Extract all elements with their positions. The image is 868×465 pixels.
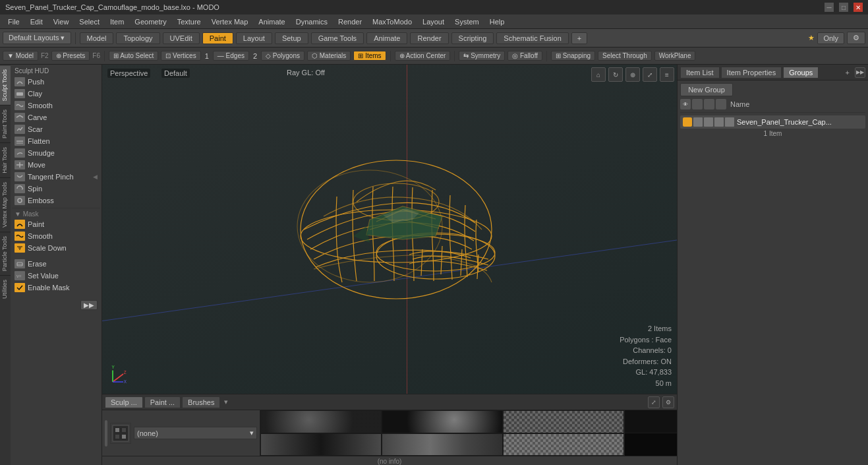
brush-thumb-checker[interactable] [503, 410, 624, 433]
materials-btn[interactable]: ⬡ Materials [307, 51, 351, 61]
render-icon-1[interactable] [692, 99, 703, 109]
menu-texture[interactable]: Texture [172, 16, 206, 27]
gametools-btn[interactable]: Game Tools [311, 32, 364, 44]
brush-thumb-3[interactable] [260, 433, 382, 456]
symmetry-btn[interactable]: ⇆ Symmetry [459, 51, 505, 61]
falloff-btn[interactable]: ◎ Falloff [507, 51, 542, 61]
tool-smudge[interactable]: Smudge [12, 147, 100, 159]
brush-thumb-checker-2[interactable] [503, 433, 624, 456]
tool-enable-mask[interactable]: Enable Mask [12, 282, 100, 294]
brushes-tab[interactable]: Brushes [182, 396, 220, 408]
menu-layout[interactable]: Layout [417, 16, 449, 27]
lock-icon-1[interactable] [704, 99, 714, 109]
viewport-menu-btn[interactable]: ≡ [660, 67, 674, 82]
thumb-extra-2[interactable] [625, 433, 677, 456]
menu-system[interactable]: System [449, 16, 484, 27]
tool-clay[interactable]: Clay [12, 88, 100, 100]
menu-vertexmap[interactable]: Vertex Map [206, 16, 254, 27]
layout-dropdown[interactable]: Default Layouts ▾ [3, 32, 71, 44]
animate-btn[interactable]: Animate [366, 32, 407, 44]
tool-paint-mask[interactable]: Paint [12, 218, 100, 230]
settings-btn[interactable]: ⚙ [847, 32, 865, 44]
menu-animate[interactable]: Animate [253, 16, 290, 27]
brush-thumb-1[interactable] [260, 410, 382, 433]
menu-dynamics[interactable]: Dynamics [291, 16, 333, 27]
viewport-maximize-btn[interactable]: ⤢ [643, 67, 657, 82]
item-row[interactable]: Seven_Panel_Trucker_Cap... [680, 115, 865, 129]
close-button[interactable]: ✕ [854, 3, 863, 12]
viewport-home-btn[interactable]: ⌂ [591, 67, 606, 82]
tool-erase[interactable]: Erase [12, 258, 100, 270]
groups-tab[interactable]: Groups [783, 67, 819, 78]
paint-tab[interactable]: Paint ... [144, 396, 181, 408]
side-tab-paint[interactable]: Paint Tools [0, 105, 11, 142]
side-tab-utilities[interactable]: Utilities [0, 275, 11, 303]
only-btn[interactable]: Only [817, 32, 844, 44]
menu-item[interactable]: Item [105, 16, 129, 27]
vis-icon-1[interactable]: 👁 [680, 99, 691, 109]
item-properties-tab[interactable]: Item Properties [721, 67, 782, 78]
menu-file[interactable]: File [3, 16, 25, 27]
autoselect-btn[interactable]: ⊞ Auto Select [109, 51, 158, 61]
brush-thumb-4[interactable] [382, 433, 503, 456]
bottom-settings-btn[interactable]: ⚙ [662, 396, 674, 408]
side-tab-particle[interactable]: Particle Tools [0, 232, 11, 275]
menu-help[interactable]: Help [484, 16, 510, 27]
tool-emboss[interactable]: Emboss [12, 195, 100, 206]
setup-btn[interactable]: Setup [275, 32, 308, 44]
extra-icon-1[interactable] [716, 99, 726, 109]
uvedit-btn[interactable]: UVEdit [163, 32, 200, 44]
restore-button[interactable]: □ [839, 3, 848, 12]
new-group-btn[interactable]: New Group [680, 83, 733, 96]
snapping-btn[interactable]: ⊞ Snapping [551, 51, 595, 61]
tool-flatten[interactable]: Flatten [12, 135, 100, 147]
minimize-button[interactable]: ─ [825, 3, 834, 12]
menu-view[interactable]: View [48, 16, 74, 27]
layout-btn[interactable]: Layout [236, 32, 272, 44]
topology-btn[interactable]: Topology [116, 32, 159, 44]
model-mode-btn[interactable]: Model [80, 32, 114, 44]
polygons-btn[interactable]: ◇ Polygons [261, 51, 304, 61]
tool-spin[interactable]: Spin [12, 183, 100, 195]
viewport[interactable]: Perspective Default Ray GL: Off ⌂ ↻ ⊕ ⤢ … [102, 65, 677, 394]
menu-render[interactable]: Render [333, 16, 367, 27]
expand-panel-btn[interactable]: ▶▶ [80, 300, 98, 310]
add-tab-btn[interactable]: + [843, 67, 852, 78]
menu-geometry[interactable]: Geometry [129, 16, 171, 27]
workplane-btn[interactable]: WorkPlane [654, 51, 696, 61]
tool-push[interactable]: Push [12, 76, 100, 88]
side-tab-vertexmap[interactable]: Vertex Map Tools [0, 177, 11, 232]
select-through-btn[interactable]: Select Through [598, 51, 652, 61]
sculp-tab[interactable]: Sculp ... [105, 396, 143, 408]
vertices-btn[interactable]: ⊡ Vertices [161, 51, 200, 61]
viewport-rotate-btn[interactable]: ↻ [608, 67, 623, 82]
viewport-search-btn[interactable]: ⊕ [625, 67, 640, 82]
tool-smooth[interactable]: Smooth [12, 100, 100, 111]
tool-scar[interactable]: Scar [12, 123, 100, 135]
brush-dropdown[interactable]: (none) ▾ [134, 427, 257, 439]
tool-move[interactable]: Move [12, 159, 100, 171]
tool-tangent-pinch[interactable]: Tangent Pinch ◀ [12, 171, 100, 183]
model-select-btn[interactable]: ▼ Model [3, 51, 38, 61]
add-workspace-btn[interactable]: + [571, 32, 587, 44]
render-btn[interactable]: Render [410, 32, 448, 44]
items-btn[interactable]: ⊞ Items [353, 51, 386, 61]
paint-btn[interactable]: Paint [202, 32, 233, 44]
tool-scale-down[interactable]: Scale Down [12, 242, 100, 254]
item-vis-2[interactable] [704, 117, 713, 127]
thumb-extra-1[interactable] [625, 410, 677, 433]
brush-thumb-2[interactable] [382, 410, 503, 433]
item-list-tab[interactable]: Item List [680, 67, 720, 78]
menu-select[interactable]: Select [74, 16, 105, 27]
brushes-arrow[interactable]: ▾ [221, 396, 231, 408]
bottom-expand-btn[interactable]: ⤢ [648, 396, 660, 408]
tool-set-value[interactable]: v= Set Value [12, 270, 100, 282]
scripting-btn[interactable]: Scripting [451, 32, 494, 44]
item-vis-4[interactable] [725, 117, 734, 127]
right-expand-btn[interactable]: ▶▶ [855, 67, 865, 78]
schematic-btn[interactable]: Schematic Fusion [496, 32, 568, 44]
tool-smooth-mask[interactable]: Smooth [12, 230, 100, 242]
action-center-btn[interactable]: ⊕ Action Center [395, 51, 451, 61]
edges-btn[interactable]: — Edges [213, 51, 249, 61]
presets-btn[interactable]: ⊕ Presets [51, 51, 90, 61]
